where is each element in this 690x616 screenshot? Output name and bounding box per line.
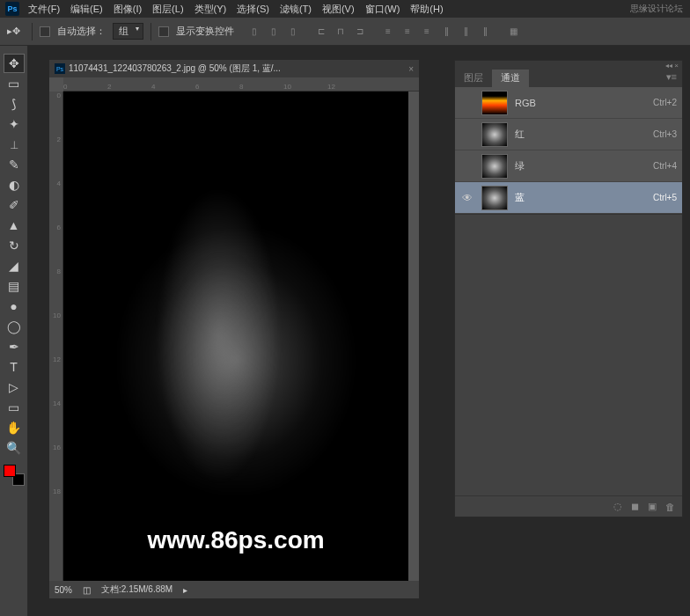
divider — [32, 23, 33, 40]
lasso-tool[interactable]: ⟆ — [4, 94, 25, 114]
3d-icon[interactable]: ▦ — [505, 24, 521, 40]
divider — [150, 23, 151, 40]
shape-tool[interactable]: ▭ — [4, 398, 25, 417]
pen-tool[interactable]: ✒ — [4, 337, 25, 356]
ps-icon: Ps — [55, 63, 65, 74]
close-icon[interactable]: × — [674, 62, 679, 70]
delete-channel-icon[interactable]: 🗑 — [665, 502, 675, 512]
distribute-icon[interactable]: ‖ — [477, 24, 493, 40]
move-tool-icon: ▸✥ — [7, 25, 25, 39]
dodge-tool[interactable]: ◯ — [4, 317, 25, 336]
hand-tool[interactable]: ✋ — [4, 418, 25, 437]
foreground-color[interactable] — [4, 465, 16, 477]
channel-blue[interactable]: 👁 蓝 Ctrl+5 — [455, 182, 682, 214]
visibility-toggle[interactable] — [460, 159, 474, 173]
load-selection-icon[interactable]: ◌ — [613, 501, 622, 512]
tab-channels[interactable]: 通道 — [492, 70, 529, 87]
eye-icon: 👁 — [462, 192, 473, 204]
marquee-tool[interactable]: ▭ — [4, 74, 25, 93]
tab-layers[interactable]: 图层 — [455, 70, 492, 87]
menu-view[interactable]: 视图(V) — [322, 3, 355, 16]
channel-red[interactable]: 红 Ctrl+3 — [455, 119, 682, 150]
3d-group: ▦ — [505, 24, 521, 40]
menu-edit[interactable]: 编辑(E) — [70, 3, 103, 16]
file-info: 文档:2.15M/6.88M — [101, 583, 172, 596]
blur-tool[interactable]: ● — [4, 297, 25, 316]
type-tool[interactable]: T — [4, 357, 25, 377]
document-tab[interactable]: Ps 11074431_122403780263_2.jpg @ 50% (图层… — [49, 60, 419, 77]
path-tool[interactable]: ▷ — [4, 378, 25, 397]
align-icon[interactable]: ⊓ — [333, 24, 349, 40]
history-brush-tool[interactable]: ↻ — [4, 236, 25, 255]
channel-green[interactable]: 绿 Ctrl+4 — [455, 150, 682, 182]
eraser-tool[interactable]: ◢ — [4, 256, 25, 275]
magic-wand-tool[interactable]: ✦ — [4, 114, 25, 134]
distribute-group: ≡ ≡ ≡ ‖ ‖ ‖ — [380, 24, 493, 40]
status-bar: 50% ◫ 文档:2.15M/6.88M ▸ — [49, 581, 419, 598]
menu-filter[interactable]: 滤镜(T) — [280, 3, 312, 16]
distribute-icon[interactable]: ‖ — [438, 24, 454, 40]
channel-shortcut: Ctrl+5 — [653, 193, 677, 202]
healing-tool[interactable]: ◐ — [4, 175, 25, 194]
group-dropdown[interactable]: 组 — [113, 23, 143, 40]
visibility-toggle[interactable] — [460, 128, 474, 142]
gradient-tool[interactable]: ▤ — [4, 276, 25, 296]
stamp-tool[interactable]: ▲ — [4, 216, 25, 235]
transform-label: 显示变换控件 — [176, 25, 234, 38]
collapse-icon[interactable]: ◂◂ — [665, 62, 672, 70]
menu-type[interactable]: 类型(Y) — [195, 3, 227, 16]
distribute-icon[interactable]: ≡ — [419, 24, 435, 40]
canvas[interactable]: www.86ps.com — [63, 92, 408, 581]
menu-image[interactable]: 图像(I) — [114, 3, 142, 16]
channels-panel: ◂◂ × 图层 通道 ▾≡ RGB Ctrl+2 红 Ctrl+3 绿 Ctrl… — [454, 60, 683, 517]
save-selection-icon[interactable]: ◼ — [631, 501, 639, 512]
align-icon[interactable]: ⊐ — [352, 24, 368, 40]
ruler-horizontal[interactable]: 024681012 — [63, 77, 419, 92]
distribute-icon[interactable]: ≡ — [380, 24, 396, 40]
crop-tool[interactable]: ⟂ — [4, 135, 25, 154]
channel-thumbnail — [481, 154, 508, 179]
ps-logo: Ps — [5, 2, 19, 16]
panel-tabs: 图层 通道 ▾≡ — [455, 70, 682, 87]
distribute-icon[interactable]: ≡ — [400, 24, 415, 40]
channel-thumbnail — [481, 122, 508, 147]
smoke-image — [63, 92, 408, 581]
visibility-toggle[interactable] — [460, 96, 474, 110]
channel-rgb[interactable]: RGB Ctrl+2 — [455, 87, 682, 119]
channel-name: 蓝 — [515, 191, 646, 204]
channel-thumbnail — [481, 186, 508, 210]
align-icon[interactable]: ▯ — [285, 24, 301, 40]
menu-bar: 文件(F) 编辑(E) 图像(I) 图层(L) 类型(Y) 选择(S) 滤镜(T… — [28, 3, 444, 16]
align-icon[interactable]: ▯ — [246, 24, 262, 40]
panel-menu-icon[interactable]: ▾≡ — [661, 70, 682, 87]
menu-select[interactable]: 选择(S) — [237, 3, 269, 16]
zoom-level[interactable]: 50% — [55, 585, 72, 595]
channel-name: 红 — [515, 128, 646, 141]
new-channel-icon[interactable]: ▣ — [648, 501, 657, 512]
auto-select-checkbox[interactable] — [40, 26, 50, 37]
align-icon[interactable]: ▯ — [266, 24, 282, 40]
eyedropper-tool[interactable]: ✎ — [4, 155, 25, 174]
chevron-right-icon[interactable]: ▸ — [183, 585, 187, 595]
preview-icon[interactable]: ◫ — [83, 585, 91, 595]
move-tool[interactable]: ✥ — [4, 54, 25, 73]
close-icon[interactable]: × — [408, 64, 414, 74]
menu-layer[interactable]: 图层(L) — [152, 3, 183, 16]
canvas-watermark: www.86ps.com — [147, 526, 324, 554]
menu-help[interactable]: 帮助(H) — [410, 3, 443, 16]
distribute-icon[interactable]: ‖ — [458, 24, 473, 40]
zoom-tool[interactable]: 🔍 — [4, 438, 25, 458]
align-icon[interactable]: ⊏ — [313, 24, 329, 40]
color-swatches[interactable] — [4, 465, 25, 486]
channel-shortcut: Ctrl+2 — [653, 98, 677, 107]
app-bar: Ps 文件(F) 编辑(E) 图像(I) 图层(L) 类型(Y) 选择(S) 滤… — [0, 0, 690, 18]
transform-checkbox[interactable] — [158, 26, 169, 37]
ruler-vertical[interactable]: 024681012141618 — [49, 92, 63, 581]
visibility-toggle[interactable]: 👁 — [460, 191, 474, 205]
channels-list: RGB Ctrl+2 红 Ctrl+3 绿 Ctrl+4 👁 蓝 Ctrl+5 — [455, 87, 682, 214]
channel-shortcut: Ctrl+4 — [653, 161, 677, 171]
menu-file[interactable]: 文件(F) — [28, 3, 60, 16]
menu-window[interactable]: 窗口(W) — [365, 3, 400, 16]
brush-tool[interactable]: ✐ — [4, 195, 25, 215]
panel-empty-area — [455, 214, 682, 495]
